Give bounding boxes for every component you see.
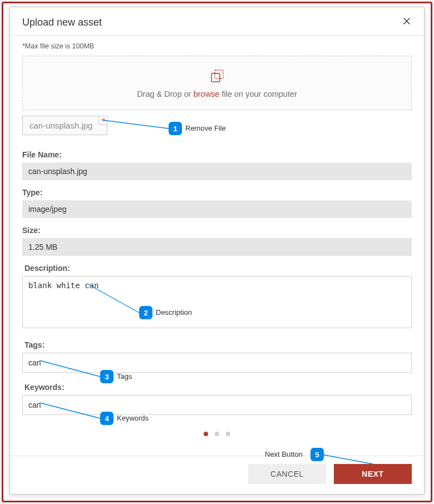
pager-dot-2[interactable]: [215, 432, 219, 436]
file-chip: can-unsplash.jpg ×: [22, 116, 107, 135]
file-name-label: File Name:: [22, 150, 412, 159]
description-input[interactable]: [22, 276, 412, 328]
keywords-label: Keywords:: [22, 383, 412, 392]
close-icon[interactable]: [402, 16, 412, 28]
dropzone-suffix: file on your computer: [219, 90, 297, 98]
selected-file-row: can-unsplash.jpg ×: [22, 116, 412, 138]
svg-rect-1: [215, 70, 223, 78]
type-label: Type:: [22, 188, 412, 197]
description-label: Description:: [22, 264, 412, 273]
max-size-hint: *Max file size is 100MB: [22, 42, 412, 50]
pager-dot-1[interactable]: [204, 432, 208, 436]
keywords-input[interactable]: [22, 395, 412, 415]
size-value: 1.25 MB: [22, 238, 412, 256]
type-value: image/jpeg: [22, 200, 412, 218]
dropzone[interactable]: Drag & Drop or browse file on your compu…: [22, 56, 412, 110]
modal-body: *Max file size is 100MB Drag & Drop or b…: [10, 36, 424, 456]
modal-footer: CANCEL NEXT: [10, 456, 424, 494]
copy-icon: [209, 68, 225, 84]
modal-title: Upload new asset: [22, 17, 102, 28]
tags-label: Tags:: [22, 340, 412, 349]
tags-input[interactable]: [22, 353, 412, 373]
dropzone-prefix: Drag & Drop or: [137, 90, 194, 98]
pager-dot-3[interactable]: [226, 432, 230, 436]
step-pager: [22, 425, 412, 443]
cancel-button[interactable]: CANCEL: [248, 464, 326, 484]
next-button[interactable]: NEXT: [334, 464, 412, 484]
remove-file-icon[interactable]: ×: [98, 116, 107, 125]
svg-rect-0: [211, 73, 220, 82]
browse-link[interactable]: browse: [194, 90, 220, 98]
size-label: Size:: [22, 226, 412, 235]
upload-asset-modal: Upload new asset *Max file size is 100MB…: [9, 7, 425, 495]
file-name-value: can-unsplash.jpg: [22, 162, 412, 180]
file-chip-name: can-unsplash.jpg: [29, 121, 92, 130]
modal-header: Upload new asset: [10, 7, 424, 36]
dropzone-text: Drag & Drop or browse file on your compu…: [28, 90, 406, 98]
